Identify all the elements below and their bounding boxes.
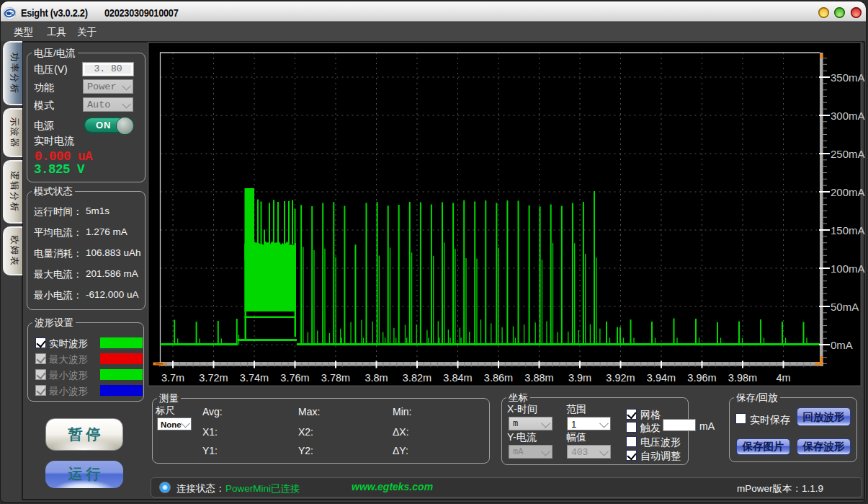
svg-text:3.92m: 3.92m [606,372,635,384]
svg-text:EGT: EGT [6,12,13,15]
svg-text:3.96m: 3.96m [687,372,716,384]
svg-text:250mA: 250mA [831,148,865,160]
svg-text:0mA: 0mA [831,339,853,351]
svg-text:3.94m: 3.94m [647,372,676,384]
svg-text:3.9m: 3.9m [568,372,591,384]
svg-text:3.82m: 3.82m [403,372,431,384]
svg-text:200mA: 200mA [831,186,865,198]
svg-text:300mA: 300mA [831,110,865,122]
svg-text:100mA: 100mA [831,262,865,275]
svg-text:50mA: 50mA [831,301,859,313]
svg-text:3.88m: 3.88m [524,372,553,384]
svg-text:3.8m: 3.8m [364,372,388,384]
svg-text:150mA: 150mA [831,224,865,236]
svg-text:3.86m: 3.86m [484,372,513,384]
svg-text:3.74m: 3.74m [240,372,269,384]
svg-text:3.7m: 3.7m [161,372,184,384]
svg-text:3.84m: 3.84m [443,372,472,384]
svg-text:3.72m: 3.72m [199,372,228,384]
svg-text:350mA: 350mA [831,71,865,84]
svg-text:3.98m: 3.98m [728,372,757,384]
svg-text:4m: 4m [776,372,790,384]
svg-text:3.76m: 3.76m [280,372,309,384]
svg-text:3.78m: 3.78m [321,372,350,384]
